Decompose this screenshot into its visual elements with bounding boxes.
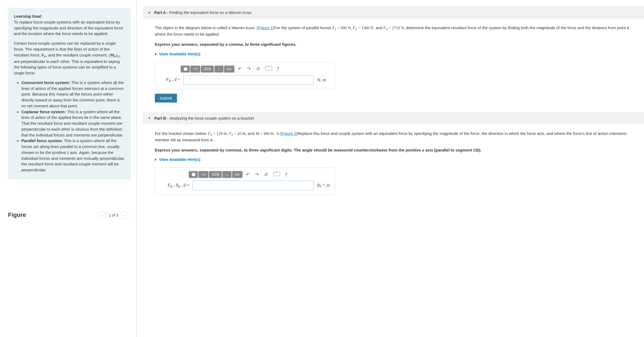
view-hints-link[interactable]: ▶ View Available Hint(s): [155, 52, 637, 56]
learning-goal-text: To replace force-couple systems with an …: [14, 20, 123, 36]
part-b-body: For the bracket shown below, F1 = 129 lb…: [143, 131, 644, 195]
vector-button[interactable]: vec: [224, 66, 234, 73]
expand-caret-icon: ▶: [155, 52, 157, 56]
part-b-title-rest: Analyzing the force-couple system on a b…: [170, 116, 254, 120]
collapse-caret-icon[interactable]: ▼: [148, 116, 151, 120]
f1-value: 129 lb: [217, 131, 227, 136]
radical-button[interactable]: ⁿ√▯: [198, 171, 208, 178]
expand-caret-icon: ▶: [155, 158, 157, 161]
figure-block: Figure ‹ 1 of 3 ›: [8, 211, 128, 218]
subscript-button[interactable]: ↓↑: [222, 171, 232, 178]
answer-row: FR , θR , d = lb, °, ft: [159, 181, 330, 190]
f2-value: 43 lb: [237, 131, 245, 136]
vector-button[interactable]: vec: [232, 171, 242, 178]
part-a-title: Part A - Finding the equivalent force on…: [154, 10, 252, 15]
template-button[interactable]: [189, 171, 198, 178]
part-a-title-bold: Part A -: [154, 10, 169, 15]
subscript-button[interactable]: ↓↑: [214, 66, 223, 73]
figure-nav-label: 1 of 3: [109, 213, 118, 217]
part-b-title-bold: Part B -: [154, 116, 170, 120]
f3-value: 2710 N: [392, 26, 404, 30]
answer-input[interactable]: [183, 75, 314, 85]
txt: For the bracket shown below,: [155, 131, 208, 136]
reset-icon[interactable]: ↺: [254, 66, 262, 72]
answer-input[interactable]: [192, 181, 314, 190]
list-item-title: Parallel force system:: [21, 138, 63, 143]
template-button[interactable]: [181, 66, 190, 73]
list-item: Coplanar force system: This is a system …: [21, 109, 125, 138]
list-item: Concurrent force system: This is a syste…: [21, 80, 125, 109]
txt: The object in the diagram below is calle…: [155, 25, 258, 30]
f2-value: 1360 N: [361, 26, 373, 30]
part-a-description: The object in the diagram below is calle…: [155, 25, 637, 37]
part-b-title: Part B - Analyzing the force-couple syst…: [154, 116, 254, 120]
list-item-body: This is a system where all the forces ac…: [21, 138, 125, 172]
learning-goal-label: Learning Goal:: [14, 14, 42, 18]
part-b-express: Express your answers, separated by comma…: [155, 147, 637, 153]
list-item: Parallel force system: This is a system …: [21, 138, 125, 173]
part-a-title-rest: Finding the equivalent force on a Warren…: [169, 10, 251, 15]
figure-nav: ‹ 1 of 3 ›: [99, 211, 128, 219]
keyboard-icon[interactable]: [271, 172, 282, 177]
txt: , and: [373, 25, 384, 30]
express-text: Express your answers, separated by comma…: [155, 148, 481, 152]
m-value: 480 lb · ft: [263, 131, 279, 136]
radical-button[interactable]: ⁿ√▯: [190, 66, 200, 73]
collapse-caret-icon[interactable]: ▼: [148, 11, 151, 14]
part-a-answer-box: ⁿ√▯ ΑΣΦ ↓↑ vec ↶ ↷ ↺ ? FR , d = N, m: [155, 62, 335, 89]
part-a-body: The object in the diagram below is calle…: [143, 25, 644, 103]
force-system-list: Concurrent force system: This is a syste…: [14, 80, 125, 173]
answer-units: N, m: [317, 77, 330, 83]
right-column: ▼ Part A - Finding the equivalent force …: [136, 0, 644, 337]
part-a-header[interactable]: ▼ Part A - Finding the equivalent force …: [143, 6, 644, 18]
answer-units: lb, °, ft: [317, 183, 330, 188]
keyboard-icon[interactable]: [263, 66, 274, 72]
part-a-express: Express your answers, separated by a com…: [155, 41, 637, 47]
list-item-title: Concurrent force system:: [21, 80, 70, 85]
hints-label: View Available Hint(s): [159, 52, 200, 56]
equation-toolbar: ⁿ√▯ ΑΣΦ ↓↑ vec ↶ ↷ ↺ ?: [181, 66, 330, 73]
reset-icon[interactable]: ↺: [262, 172, 270, 177]
redo-icon[interactable]: ↷: [253, 172, 261, 177]
help-icon[interactable]: ?: [277, 66, 279, 72]
txt: .(: [279, 131, 281, 136]
undo-icon[interactable]: ↶: [236, 66, 244, 72]
answer-label: FR , θR , d =: [159, 183, 189, 189]
part-b-header[interactable]: ▼ Part B - Analyzing the force-couple sy…: [143, 112, 644, 124]
answer-row: FR , d = N, m: [159, 75, 330, 85]
f1-value: 690 N: [341, 26, 351, 30]
learning-goal-box: Learning Goal: To replace force-couple s…: [8, 8, 131, 179]
greek-button[interactable]: ΑΣΦ: [209, 171, 222, 178]
help-icon[interactable]: ?: [285, 172, 287, 178]
part-b-description: For the bracket shown below, F1 = 129 lb…: [155, 131, 637, 143]
submit-button[interactable]: Submit: [155, 94, 177, 103]
undo-icon[interactable]: ↶: [244, 172, 252, 177]
figure-next-button[interactable]: ›: [121, 211, 128, 219]
part-b-answer-box: ⁿ√▯ ΑΣΦ ↓↑ vec ↶ ↷ ↺ ? FR , θR , d = lb,…: [155, 168, 335, 195]
figure-prev-button[interactable]: ‹: [99, 211, 106, 219]
learning-goal-para2: Certain force-couple systems can be repl…: [14, 40, 125, 76]
hints-label: View Available Hint(s): [159, 157, 200, 162]
left-column: Learning Goal: To replace force-couple s…: [0, 0, 136, 337]
redo-icon[interactable]: ↷: [245, 66, 253, 72]
figure-2-link[interactable]: Figure 2: [281, 131, 296, 136]
figure-1-link[interactable]: Figure 1: [258, 25, 273, 30]
answer-label: FR , d =: [159, 77, 180, 83]
equation-toolbar: ⁿ√▯ ΑΣΦ ↓↑ vec ↶ ↷ ↺ ?: [189, 171, 330, 178]
txt: )For the system of parallel forces: [273, 25, 332, 30]
greek-button[interactable]: ΑΣΦ: [201, 66, 214, 73]
view-hints-link[interactable]: ▶ View Available Hint(s): [155, 157, 637, 162]
list-item-title: Coplanar force system:: [21, 109, 66, 114]
para2-mid1: , and the resultant couple moment,: [46, 53, 109, 57]
